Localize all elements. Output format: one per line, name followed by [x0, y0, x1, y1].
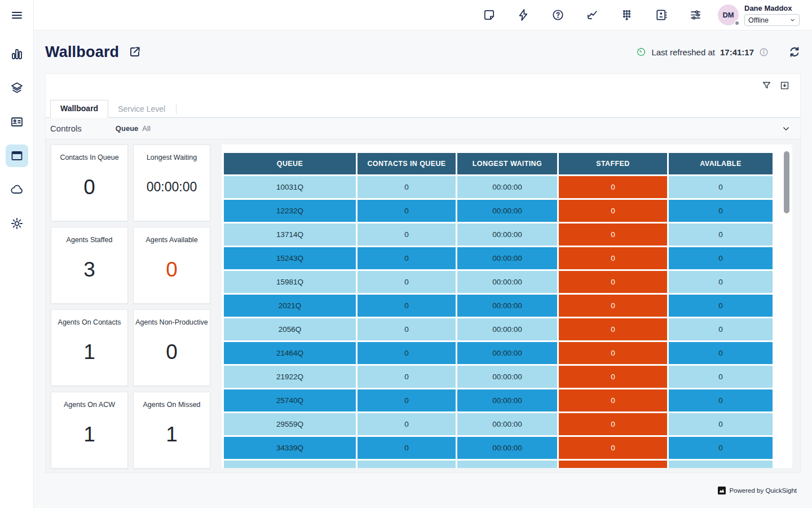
contacts-in-queue-cell: 0 — [358, 295, 456, 317]
longest-waiting-cell: 00:00:00 — [457, 366, 557, 388]
staffed-cell — [559, 461, 667, 468]
controls-label: Controls — [50, 124, 82, 133]
queue-cell: 15981Q — [224, 271, 356, 293]
queue-filter-name: Queue — [116, 124, 138, 133]
longest-waiting-cell: 00:00:00 — [457, 295, 557, 317]
tab-service-level[interactable]: Service Level — [108, 101, 175, 118]
table-row[interactable]: 10031Q000:00:0000 — [224, 176, 773, 198]
filter-icon[interactable] — [761, 80, 772, 91]
contacts-in-queue-cell: 0 — [358, 318, 456, 340]
card-toolbar — [46, 74, 800, 100]
longest-waiting-cell: 00:00:00 — [457, 224, 557, 246]
available-cell — [669, 461, 773, 468]
hamburger-menu-icon[interactable] — [0, 0, 33, 30]
table-row[interactable]: 21464Q000:00:0000 — [224, 342, 773, 364]
timer-icon — [636, 47, 646, 57]
available-cell: 0 — [669, 318, 773, 340]
longest-waiting-cell — [457, 461, 557, 468]
staffed-cell: 0 — [559, 247, 667, 269]
top-header: DM Dane Maddox Offline — [34, 0, 812, 30]
queue-cell: 34339Q — [224, 437, 356, 459]
table-row[interactable]: 15243Q000:00:0000 — [224, 247, 773, 269]
kpi-value: 3 — [83, 244, 95, 303]
table-header-row: QUEUECONTACTS IN QUEUELONGEST WAITINGSTA… — [224, 153, 773, 174]
queue-cell: 21922Q — [224, 366, 356, 388]
preferences-sliders-icon[interactable] — [689, 8, 702, 21]
table-column-header[interactable]: STAFFED — [559, 153, 667, 174]
table-column-header[interactable]: QUEUE — [224, 153, 356, 174]
table-row[interactable]: 12232Q000:00:0000 — [224, 200, 773, 222]
queue-cell: 25740Q — [224, 389, 356, 411]
contacts-in-queue-cell: 0 — [358, 224, 456, 246]
external-link-icon[interactable] — [128, 45, 142, 59]
queue-cell: 15243Q — [224, 247, 356, 269]
sidebar-item-cloud[interactable] — [6, 178, 28, 201]
queue-filter[interactable]: Queue All — [116, 124, 151, 133]
table-row[interactable]: 34339Q000:00:0000 — [224, 437, 773, 459]
table-column-header[interactable]: AVAILABLE — [669, 153, 773, 174]
sidebar-item-wallboard[interactable] — [6, 144, 28, 167]
sidebar-nav — [6, 43, 28, 235]
table-scrollbar[interactable] — [784, 151, 789, 213]
tab-wallboard[interactable]: Wallboard — [50, 100, 108, 118]
available-cell: 0 — [669, 247, 773, 269]
help-icon[interactable] — [551, 8, 564, 21]
contacts-in-queue-cell: 0 — [358, 437, 456, 459]
info-icon[interactable] — [759, 47, 769, 57]
last-refreshed-time: 17:41:17 — [720, 47, 754, 57]
sidebar-item-metrics[interactable] — [6, 43, 28, 65]
sidebar-item-settings[interactable] — [6, 212, 28, 235]
table-row[interactable]: 2021Q000:00:0000 — [224, 295, 773, 317]
avatar[interactable]: DM — [718, 5, 739, 25]
queue-cell — [224, 461, 356, 468]
table-row[interactable]: 15981Q000:00:0000 — [224, 271, 773, 293]
status-dot — [734, 20, 740, 26]
status-dropdown[interactable]: Offline — [744, 14, 800, 26]
sidebar-item-layers[interactable] — [6, 77, 28, 99]
longest-waiting-cell: 00:00:00 — [457, 413, 557, 435]
available-cell: 0 — [669, 224, 773, 246]
contacts-in-queue-cell: 0 — [358, 366, 456, 388]
tab-divider — [176, 104, 176, 114]
staffed-cell: 0 — [559, 271, 667, 293]
dashboard-sheet: Contacts In Queue 0 Longest Waiting 00:0… — [46, 139, 800, 472]
status-value: Offline — [748, 16, 769, 24]
last-refreshed-label: Last refreshed at — [651, 47, 715, 57]
available-cell: 0 — [669, 437, 773, 459]
notes-icon[interactable] — [483, 8, 496, 21]
staffed-cell: 0 — [559, 389, 667, 411]
agent-directory-icon[interactable] — [655, 8, 668, 21]
table-row[interactable] — [224, 461, 773, 468]
longest-waiting-cell: 00:00:00 — [457, 389, 557, 411]
contacts-in-queue-cell: 0 — [358, 176, 456, 198]
metrics-trend-icon[interactable] — [586, 8, 599, 21]
kpi-label: Agents Staffed — [67, 236, 113, 244]
refresh-status: Last refreshed at 17:41:17 — [636, 46, 801, 58]
available-cell: 0 — [669, 389, 773, 411]
table-row[interactable]: 2056Q000:00:0000 — [224, 318, 773, 340]
table-row[interactable]: 29559Q000:00:0000 — [224, 413, 773, 435]
table-column-header[interactable]: CONTACTS IN QUEUE — [358, 153, 456, 174]
user-block: DM Dane Maddox Offline — [718, 4, 800, 26]
powered-by: Powered by QuickSight — [718, 487, 797, 494]
table-row[interactable]: 21922Q000:00:0000 — [224, 366, 773, 388]
quick-connect-icon[interactable] — [517, 8, 530, 21]
browser-window-icon — [10, 149, 24, 163]
table-column-header[interactable]: LONGEST WAITING — [457, 153, 557, 174]
dialpad-icon[interactable] — [620, 8, 633, 21]
longest-waiting-cell: 00:00:00 — [457, 318, 557, 340]
refresh-button[interactable] — [788, 46, 801, 58]
table-row[interactable]: 25740Q000:00:0000 — [224, 389, 773, 411]
staffed-cell: 0 — [559, 413, 667, 435]
sidebar-item-contacts[interactable] — [6, 111, 28, 133]
kpi-value: 0 — [166, 326, 178, 386]
queue-cell: 13714Q — [224, 224, 356, 246]
staffed-cell: 0 — [559, 295, 667, 317]
download-icon[interactable] — [779, 80, 790, 91]
kpi-label: Agents On Missed — [143, 401, 200, 409]
longest-waiting-cell: 00:00:00 — [457, 342, 557, 364]
controls-collapse-chevron-icon[interactable] — [781, 124, 791, 134]
contact-card-icon — [10, 115, 24, 129]
contacts-in-queue-cell: 0 — [358, 200, 456, 222]
table-row[interactable]: 13714Q000:00:0000 — [224, 224, 773, 246]
